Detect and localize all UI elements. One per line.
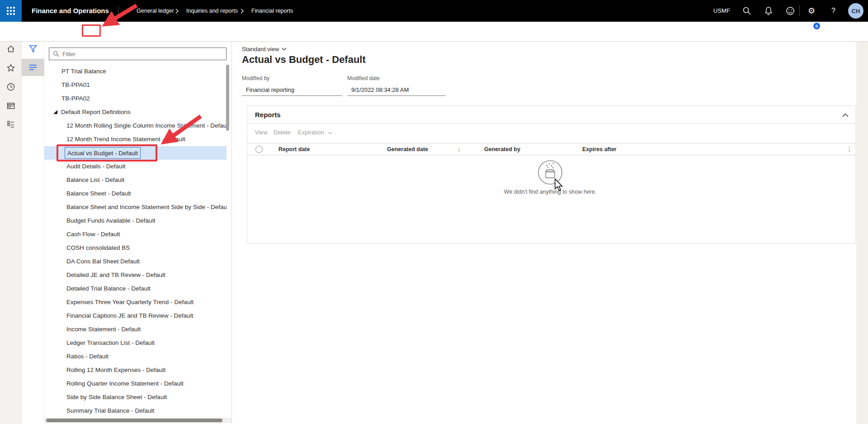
favorites-star-icon[interactable] bbox=[6, 63, 15, 72]
filter-search-icon bbox=[53, 51, 59, 57]
search-icon[interactable] bbox=[742, 6, 751, 15]
sort-descending-icon[interactable]: ↓ bbox=[458, 143, 461, 155]
tree-item[interactable]: Audit Details - Default bbox=[44, 160, 226, 173]
tree-item-selected[interactable]: Actual vs Budget - Default bbox=[44, 146, 226, 160]
empty-state-message: We didn't find anything to show here. bbox=[482, 189, 618, 195]
chevron-down-icon bbox=[328, 132, 332, 134]
help-icon[interactable]: ? bbox=[831, 0, 835, 22]
tree-item[interactable]: Budget Funds Available - Default bbox=[44, 214, 226, 228]
tree-item[interactable]: Balance Sheet - Default bbox=[44, 187, 226, 200]
workspaces-icon[interactable] bbox=[6, 101, 15, 110]
column-report-date[interactable]: Report date bbox=[278, 143, 310, 155]
tree-group-default-report-definitions[interactable]: Default Report Definitions bbox=[44, 105, 226, 119]
tree-item[interactable]: Side by Side Balance Sheet - Default bbox=[44, 391, 226, 404]
tree-item[interactable]: Income Statement - Default bbox=[44, 323, 226, 336]
topbar-divider bbox=[118, 6, 119, 15]
reports-section: Reports View Delete Expiration Report da… bbox=[247, 105, 856, 244]
select-all-radio[interactable] bbox=[255, 146, 263, 153]
breadcrumb-module[interactable]: General ledger bbox=[137, 0, 174, 22]
top-app-bar: Finance and Operations General ledger In… bbox=[0, 0, 868, 22]
nav-rail bbox=[0, 42, 22, 424]
app-launcher-button[interactable] bbox=[0, 0, 22, 22]
recent-clock-icon[interactable] bbox=[6, 82, 15, 91]
tree-item[interactable]: Balance Sheet and Income Statement Side … bbox=[44, 200, 226, 214]
column-generated-date[interactable]: Generated date bbox=[387, 143, 428, 155]
settings-gear-icon[interactable]: ⚙ bbox=[808, 0, 815, 22]
tree-item[interactable]: DA Cons Bal Sheet Default bbox=[44, 255, 226, 268]
attachments-badge: 0 bbox=[813, 23, 820, 29]
page-background-strip bbox=[856, 42, 868, 424]
tree-item[interactable]: Rolling Quarter Income Statement - Defau… bbox=[44, 377, 226, 391]
tree-item[interactable]: Detailed JE and TB Review - Default bbox=[44, 268, 226, 282]
tree-item[interactable]: 12 Month Rolling Single Column Income St… bbox=[44, 119, 226, 133]
feedback-smiley-icon[interactable] bbox=[786, 6, 795, 15]
report-definitions-panel: PT Trial BalanceTB-PPA01TB-PPA02Default … bbox=[44, 42, 232, 424]
tree-item[interactable]: Detailed Trial Balance - Default bbox=[44, 282, 226, 295]
tree-item[interactable]: Rolling 12 Month Expenses - Default bbox=[44, 363, 226, 377]
modified-date-value[interactable]: 9/1/2022 08:34:28 AM bbox=[347, 85, 446, 96]
action-pane bbox=[0, 22, 868, 42]
selected-item-focus-box: Actual vs Budget - Default bbox=[65, 147, 141, 159]
breadcrumb-section[interactable]: Inquiries and reports bbox=[186, 0, 238, 22]
expiration-label: Expiration bbox=[298, 129, 324, 136]
company-selector[interactable]: USMF bbox=[713, 0, 730, 22]
tree-item[interactable]: COSH consolidated BS bbox=[44, 241, 226, 255]
tree-item[interactable]: Ledger Transaction List - Default bbox=[44, 336, 226, 350]
tree-item[interactable]: Expenses Three Year Quarterly Trend - De… bbox=[44, 295, 226, 309]
tree-item[interactable]: 12 Month Trend Income Statement - Defaul… bbox=[44, 133, 226, 146]
delete-button[interactable]: Delete bbox=[274, 127, 291, 138]
tree-item[interactable]: Summary Trial Balance - Default bbox=[44, 404, 226, 418]
breadcrumb-page[interactable]: Financial reports bbox=[251, 0, 293, 22]
tree-item[interactable]: Financial Captions JE and TB Review - De… bbox=[44, 309, 226, 323]
reports-section-title: Reports bbox=[255, 111, 281, 119]
view-selector[interactable]: Standard view bbox=[242, 46, 287, 52]
modules-list-icon[interactable] bbox=[6, 120, 15, 129]
vertical-scrollbar[interactable] bbox=[226, 65, 229, 131]
grid-header-row bbox=[247, 143, 855, 155]
column-generated-by[interactable]: Generated by bbox=[484, 143, 520, 155]
tree-item[interactable]: TB-PPA01 bbox=[44, 78, 226, 92]
tree-item[interactable]: TB-PPA02 bbox=[44, 92, 226, 105]
topbar-divider bbox=[799, 5, 800, 16]
tree-item[interactable]: Balance List - Default bbox=[44, 173, 226, 187]
main-content: Standard view Actual vs Budget - Default… bbox=[232, 42, 856, 424]
modified-by-value[interactable]: Financial reporting bbox=[242, 85, 342, 96]
view-selector-label: Standard view bbox=[242, 46, 279, 52]
breadcrumb-chevron-icon bbox=[175, 9, 179, 14]
view-button[interactable]: View bbox=[255, 127, 268, 138]
modified-date-label: Modified date bbox=[347, 75, 380, 81]
tree-item[interactable]: Cash Flow - Default bbox=[44, 228, 226, 241]
notifications-bell-icon[interactable] bbox=[764, 6, 773, 15]
chevron-down-icon bbox=[282, 48, 287, 51]
panel-list-icon[interactable] bbox=[28, 63, 38, 72]
tree-item[interactable]: Ratios - Default bbox=[44, 350, 226, 363]
tree-expanded-triangle-icon bbox=[53, 110, 57, 114]
horizontal-scrollbar[interactable] bbox=[46, 419, 222, 422]
breadcrumb-chevron-icon bbox=[241, 9, 244, 14]
page-title: Actual vs Budget - Default bbox=[242, 54, 366, 66]
filter-input[interactable] bbox=[62, 51, 222, 57]
empty-state-icon bbox=[537, 159, 564, 186]
grid-options-kebab-icon[interactable]: ⋮ bbox=[846, 143, 853, 155]
reports-section-header[interactable] bbox=[247, 106, 855, 124]
column-expires-after[interactable]: Expires after bbox=[582, 143, 617, 155]
filter-funnel-icon[interactable] bbox=[28, 44, 38, 53]
tree-item[interactable]: PT Trial Balance bbox=[44, 65, 226, 78]
home-icon[interactable] bbox=[6, 44, 15, 53]
filter-box[interactable] bbox=[49, 48, 226, 60]
user-avatar[interactable]: CH bbox=[848, 3, 863, 19]
waffle-icon bbox=[7, 7, 15, 15]
app-title: Finance and Operations bbox=[32, 0, 109, 22]
expiration-button[interactable]: Expiration bbox=[298, 127, 332, 138]
pane-rail bbox=[22, 42, 44, 424]
report-tree: PT Trial BalanceTB-PPA01TB-PPA02Default … bbox=[44, 65, 232, 418]
collapse-chevron-up-icon[interactable] bbox=[842, 113, 849, 117]
modified-by-label: Modified by bbox=[242, 75, 269, 81]
